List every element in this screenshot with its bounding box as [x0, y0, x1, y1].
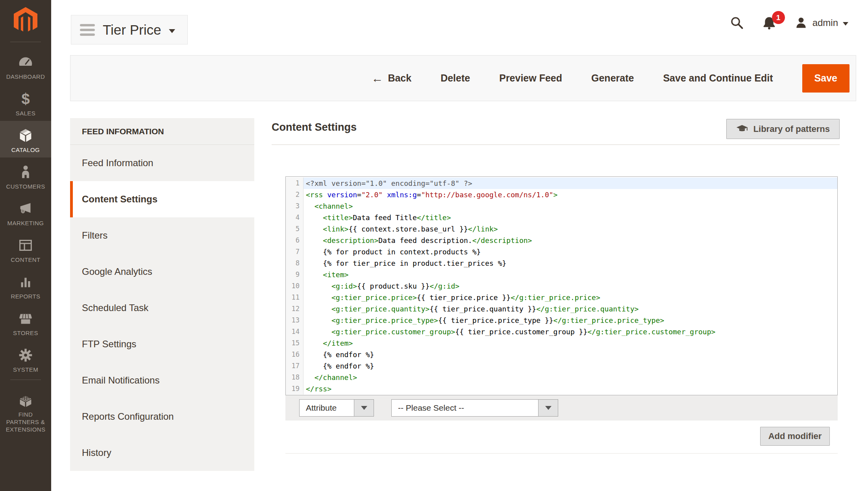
code-line: 7 {% for product in context.products %}: [286, 246, 837, 258]
code-line: 2<rss version="2.0" xmlns:g="http://base…: [286, 189, 837, 200]
back-button[interactable]: ← Back: [371, 72, 411, 84]
line-number: 8: [286, 258, 304, 269]
add-modifier-button[interactable]: Add modifier: [760, 427, 830, 446]
reports-icon: [17, 273, 35, 291]
panel-item-history[interactable]: History: [70, 435, 254, 471]
sales-icon: $: [21, 90, 30, 108]
sidebar-item-stores[interactable]: STORES: [0, 304, 51, 341]
code-line: 5 <link>{{ context.store.base_url }}</li…: [286, 223, 837, 235]
sidebar-item-content[interactable]: CONTENT: [0, 231, 51, 267]
feed-information-panel: FEED INFORMATION Feed InformationContent…: [70, 118, 254, 471]
sidebar-item-label: SYSTEM: [13, 366, 38, 373]
line-number: 6: [286, 235, 304, 246]
sidebar: DASHBOARD$SALESCATALOGCUSTOMERSMARKETING…: [0, 0, 51, 491]
panel-item-content-settings[interactable]: Content Settings: [70, 181, 254, 217]
sidebar-item-customers[interactable]: CUSTOMERS: [0, 157, 51, 194]
topbar-right: 1 admin: [730, 11, 848, 35]
save-and-continue-button[interactable]: Save and Continue Edit: [663, 72, 773, 84]
code-line-content: <g:tier_price.price>{{ tier_price.price …: [304, 292, 837, 303]
line-number: 9: [286, 269, 304, 280]
code-line: 11 <g:tier_price.price>{{ tier_price.pri…: [286, 292, 837, 303]
panel-item-google-analytics[interactable]: Google Analytics: [70, 254, 254, 290]
notifications-button[interactable]: 1: [762, 16, 776, 30]
sidebar-item-dashboard[interactable]: DASHBOARD: [0, 48, 51, 84]
code-line: 9 <item>: [286, 269, 837, 280]
hamburger-icon[interactable]: [80, 24, 95, 36]
line-number: 11: [286, 292, 304, 303]
code-line-content: <g:id>{{ product.sku }}</g:id>: [304, 280, 837, 292]
panel-header[interactable]: FEED INFORMATION: [70, 118, 254, 145]
code-line-content: <link>{{ context.store.base_url }}</link…: [304, 223, 837, 235]
code-line-content: <g:tier_price.customer_group>{{ tier_pri…: [304, 326, 837, 337]
sidebar-item-label: DASHBOARD: [6, 73, 45, 80]
page-title-box[interactable]: Tier Price: [71, 15, 188, 44]
line-number: 18: [286, 372, 304, 383]
sidebar-item-label: CONTENT: [11, 256, 40, 263]
dashboard-icon: [17, 53, 35, 71]
sidebar-item-label: STORES: [13, 329, 38, 337]
code-line: 14 <g:tier_price.customer_group>{{ tier_…: [286, 326, 837, 337]
code-line: 13 <g:tier_price.price_type>{{ tier_pric…: [286, 315, 837, 326]
marketing-icon: [17, 200, 35, 218]
sidebar-item-label: SALES: [16, 109, 35, 117]
save-button[interactable]: Save: [802, 64, 849, 93]
panel-item-scheduled-task[interactable]: Scheduled Task: [70, 290, 254, 326]
code-line-content: <channel>: [304, 200, 837, 212]
panel-item-feed-information[interactable]: Feed Information: [70, 145, 254, 181]
page-title: Tier Price: [103, 22, 161, 38]
caret-down-icon: [843, 22, 848, 26]
panel-item-filters[interactable]: Filters: [70, 217, 254, 254]
code-editor[interactable]: 1<?xml version="1.0" encoding="utf-8" ?>…: [285, 176, 838, 395]
code-line-content: <rss version="2.0" xmlns:g="http://base.…: [304, 189, 837, 200]
search-icon[interactable]: [730, 16, 744, 30]
notification-badge: 1: [772, 11, 785, 24]
code-line: 15 </item>: [286, 337, 837, 349]
line-number: 14: [286, 326, 304, 337]
pattern-select[interactable]: -- Please Select --: [391, 399, 558, 417]
stores-icon: [17, 309, 35, 328]
system-icon: [17, 346, 35, 364]
modifier-row: Add modifier: [285, 421, 838, 454]
line-number: 12: [286, 303, 304, 315]
attribute-select[interactable]: Attribute: [299, 399, 374, 417]
code-line-content: <description>Data feed description.</des…: [304, 235, 837, 246]
panel-item-email-notifications[interactable]: Email Notifications: [70, 362, 254, 398]
code-line-content: <g:tier_price.quantity>{{ tier_price.qua…: [304, 303, 837, 315]
content-settings-section: Content Settings Library of patterns 1<?…: [272, 113, 840, 454]
magento-logo[interactable]: [0, 0, 51, 39]
code-line: 4 <title>Data feed Title</title>: [286, 212, 837, 223]
sidebar-item-sales[interactable]: $SALES: [0, 84, 51, 121]
topbar: Tier Price 1 admin: [51, 0, 868, 55]
code-line-content: {% for tier_price in product.tier_prices…: [304, 258, 837, 269]
delete-button[interactable]: Delete: [440, 72, 470, 84]
panel-item-ftp-settings[interactable]: FTP Settings: [70, 326, 254, 362]
editor-toolbar: Attribute -- Please Select --: [285, 395, 838, 421]
preview-feed-button[interactable]: Preview Feed: [499, 72, 562, 84]
sidebar-item-reports[interactable]: REPORTS: [0, 267, 51, 304]
line-number: 5: [286, 223, 304, 235]
chevron-down-icon: [354, 400, 374, 416]
line-number: 3: [286, 200, 304, 212]
sidebar-item-find-partners[interactable]: FIND PARTNERS & EXTENSIONS: [0, 385, 51, 437]
line-number: 16: [286, 349, 304, 360]
page: DASHBOARD$SALESCATALOGCUSTOMERSMARKETING…: [0, 0, 868, 491]
sidebar-item-catalog[interactable]: CATALOG: [0, 121, 51, 157]
user-icon: [794, 16, 808, 30]
code-line-content: {% for product in context.products %}: [304, 246, 837, 258]
code-line-content: </channel>: [304, 372, 837, 383]
library-of-patterns-button[interactable]: Library of patterns: [726, 119, 840, 139]
panel-items: Feed InformationContent SettingsFiltersG…: [70, 145, 254, 471]
panel-item-reports-configuration[interactable]: Reports Configuration: [70, 398, 254, 435]
generate-button[interactable]: Generate: [591, 72, 634, 84]
sidebar-item-label: CATALOG: [11, 146, 40, 154]
sidebar-divider: [10, 380, 41, 380]
sidebar-divider: [10, 42, 41, 42]
sidebar-item-system[interactable]: SYSTEM: [0, 341, 51, 377]
line-number: 15: [286, 337, 304, 349]
code-line-content: <?xml version="1.0" encoding="utf-8" ?>: [304, 178, 837, 189]
caret-down-icon: [169, 29, 175, 33]
admin-menu[interactable]: admin: [794, 16, 848, 30]
sidebar-item-label: MARKETING: [7, 219, 44, 227]
section-head: Content Settings Library of patterns: [272, 113, 840, 145]
sidebar-item-marketing[interactable]: MARKETING: [0, 194, 51, 231]
